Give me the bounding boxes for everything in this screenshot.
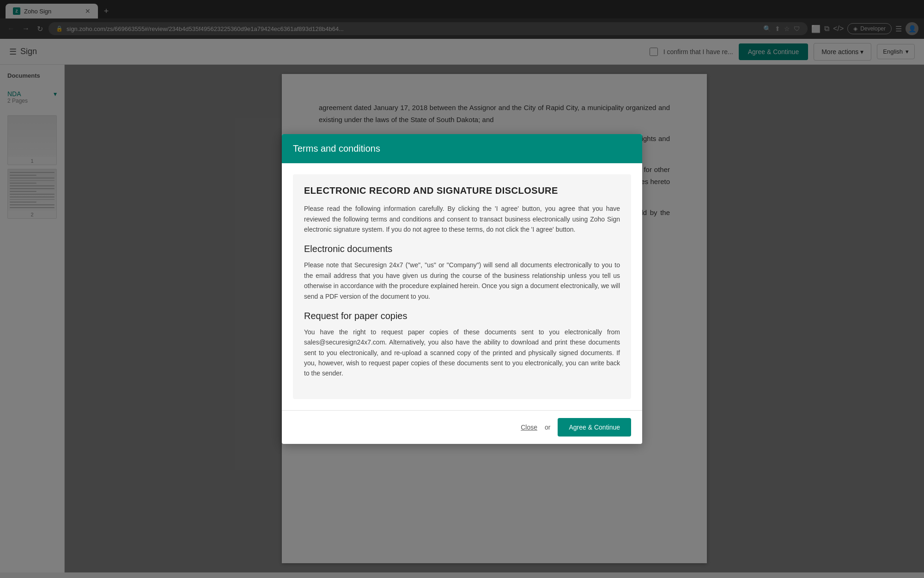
section1-title: Electronic documents [304, 244, 620, 254]
close-link[interactable]: Close [521, 424, 537, 431]
section2-text: You have the right to request paper copi… [304, 327, 620, 379]
modal-overlay[interactable]: Terms and conditions ELECTRONIC RECORD A… [0, 0, 924, 578]
modal-body: ELECTRONIC RECORD AND SIGNATURE DISCLOSU… [282, 163, 642, 410]
section2-title: Request for paper copies [304, 311, 620, 321]
or-text: or [545, 424, 550, 431]
modal-title: Terms and conditions [293, 143, 631, 154]
modal-footer: Close or Agree & Continue [282, 410, 642, 444]
modal-content-box: ELECTRONIC RECORD AND SIGNATURE DISCLOSU… [293, 174, 631, 399]
modal-header: Terms and conditions [282, 134, 642, 163]
section1-text: Please note that Securesign 24x7 ("we", … [304, 260, 620, 301]
modal-agree-continue-button[interactable]: Agree & Continue [558, 418, 631, 437]
terms-modal: Terms and conditions ELECTRONIC RECORD A… [282, 134, 642, 444]
disclosure-title: ELECTRONIC RECORD AND SIGNATURE DISCLOSU… [304, 185, 620, 196]
disclosure-text: Please read the following information ca… [304, 203, 620, 234]
